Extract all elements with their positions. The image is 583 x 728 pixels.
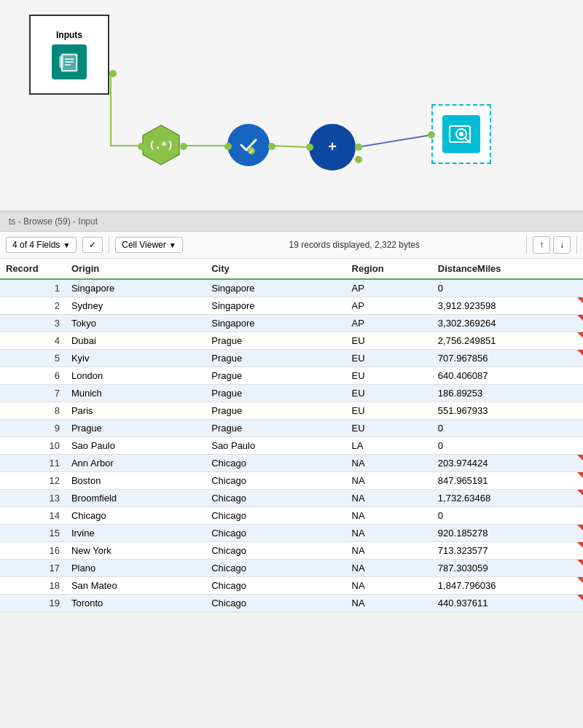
table-body: 1SingaporeSingaporeAP02SydneySingaporeAP… — [0, 279, 583, 612]
cell-origin: London — [66, 367, 206, 385]
cell-city: Chicago — [206, 525, 345, 542]
cell-origin: Dubai — [66, 332, 206, 350]
union-node[interactable]: + — [309, 124, 356, 171]
table-row: 6LondonPragueEU640.406087 — [0, 367, 583, 385]
checkmark-button[interactable]: ✓ — [82, 237, 103, 253]
cell-origin: Broomfield — [66, 490, 206, 507]
cell-record: 8 — [0, 402, 66, 420]
table-row: 14ChicagoChicagoNA0 — [0, 507, 583, 525]
cell-record: 11 — [0, 455, 66, 472]
cell-distance: 440.937611 — [432, 595, 583, 612]
union-output-dot — [355, 144, 362, 151]
table-row: 12BostonChicagoNA847.965191 — [0, 472, 583, 490]
toolbar-divider-2 — [526, 236, 527, 254]
cell-city: Singapore — [206, 279, 345, 297]
inputs-node-icon — [52, 44, 87, 79]
cell-distance: 203.974424 — [432, 455, 583, 472]
cell-viewer-button[interactable]: Cell Viewer ▼ — [115, 237, 182, 253]
cell-city: Sao Paulo — [206, 437, 345, 455]
browse-title: ts - Browse (59) - Input — [9, 216, 98, 227]
table-row: 11Ann ArborChicagoNA203.974424 — [0, 455, 583, 472]
cell-city: Prague — [206, 420, 345, 437]
scroll-arrows: ↑ ↓ — [533, 236, 571, 254]
cell-origin: Ann Arbor — [66, 455, 206, 472]
union-output-dot2 — [355, 156, 362, 163]
table-row: 16New YorkChicagoNA713.323577 — [0, 542, 583, 560]
cell-region: EU — [346, 367, 432, 385]
cell-city: Chicago — [206, 560, 345, 577]
browse-node[interactable] — [431, 104, 491, 164]
cell-region: NA — [346, 472, 432, 490]
validate-input-dot — [224, 143, 232, 150]
cell-city: Singapore — [206, 315, 345, 332]
cell-record: 18 — [0, 577, 66, 595]
cell-record: 9 — [0, 420, 66, 437]
cell-origin: New York — [66, 542, 206, 560]
cell-record: 7 — [0, 385, 66, 402]
red-corner-indicator — [577, 560, 583, 565]
red-corner-indicator — [577, 332, 583, 338]
cell-distance: 1,732.63468 — [432, 490, 583, 507]
fields-selector-button[interactable]: 4 of 4 Fields ▼ — [6, 237, 77, 253]
browse-input-dot — [428, 131, 435, 138]
cell-region: EU — [346, 332, 432, 350]
cell-record: 6 — [0, 367, 66, 385]
table-row: 1SingaporeSingaporeAP0 — [0, 279, 583, 297]
checkmark-icon: ✓ — [89, 240, 96, 250]
cell-origin: Prague — [66, 420, 206, 437]
cell-origin: Chicago — [66, 507, 206, 525]
cell-distance: 787.303059 — [432, 560, 583, 577]
table-row: 3TokyoSingaporeAP3,302.369264 — [0, 315, 583, 332]
table-row: 13BroomfieldChicagoNA1,732.63468 — [0, 490, 583, 507]
cell-city: Prague — [206, 332, 345, 350]
validate-output-dot — [268, 143, 275, 150]
cell-record: 4 — [0, 332, 66, 350]
cell-origin: Singapore — [66, 279, 206, 297]
cell-record: 19 — [0, 595, 66, 612]
cell-distance: 3,912.923598 — [432, 297, 583, 315]
cell-origin: Toronto — [66, 595, 206, 612]
scroll-down-button[interactable]: ↓ — [553, 236, 571, 254]
cell-record: 5 — [0, 350, 66, 367]
cell-origin: Tokyo — [66, 315, 206, 332]
cell-record: 1 — [0, 279, 66, 297]
inputs-node[interactable]: Inputs — [29, 15, 109, 95]
cell-record: 15 — [0, 525, 66, 542]
cell-record: 16 — [0, 542, 66, 560]
cell-region: EU — [346, 385, 432, 402]
cell-origin: Paris — [66, 402, 206, 420]
cell-viewer-label: Cell Viewer — [122, 240, 165, 250]
cell-origin: Munich — [66, 385, 206, 402]
cell-distance: 0 — [432, 437, 583, 455]
fields-dropdown-icon: ▼ — [63, 241, 70, 249]
cell-origin: Sao Paulo — [66, 437, 206, 455]
svg-line-1 — [271, 146, 310, 147]
table-row: 8ParisPragueEU551.967933 — [0, 402, 583, 420]
table-row: 17PlanoChicagoNA787.303059 — [0, 560, 583, 577]
cell-region: AP — [346, 315, 432, 332]
regex-node[interactable]: (.*) — [140, 124, 182, 168]
red-corner-indicator — [577, 350, 583, 356]
svg-text:✓: ✓ — [249, 148, 254, 155]
svg-point-21 — [459, 132, 463, 136]
red-corner-indicator — [577, 542, 583, 548]
col-header-origin: Origin — [66, 259, 206, 279]
svg-text:+: + — [328, 138, 337, 154]
cell-region: AP — [346, 279, 432, 297]
svg-text:(.*): (.*) — [149, 139, 173, 151]
fields-label: 4 of 4 Fields — [12, 240, 60, 250]
scroll-up-button[interactable]: ↑ — [533, 236, 550, 254]
cell-distance: 186.89253 — [432, 385, 583, 402]
cell-origin: Boston — [66, 472, 206, 490]
cell-origin: Plano — [66, 560, 206, 577]
validate-node[interactable]: ✓ — [227, 124, 270, 166]
workflow-canvas: Inputs (.*) — [0, 0, 583, 211]
cell-record: 12 — [0, 472, 66, 490]
red-corner-indicator — [577, 455, 583, 461]
cell-city: Chicago — [206, 577, 345, 595]
cell-distance: 847.965191 — [432, 472, 583, 490]
red-corner-indicator — [577, 595, 583, 600]
union-input-dot — [306, 144, 313, 151]
browse-title-bar: ts - Browse (59) - Input — [0, 212, 583, 232]
browse-node-icon — [442, 115, 480, 153]
